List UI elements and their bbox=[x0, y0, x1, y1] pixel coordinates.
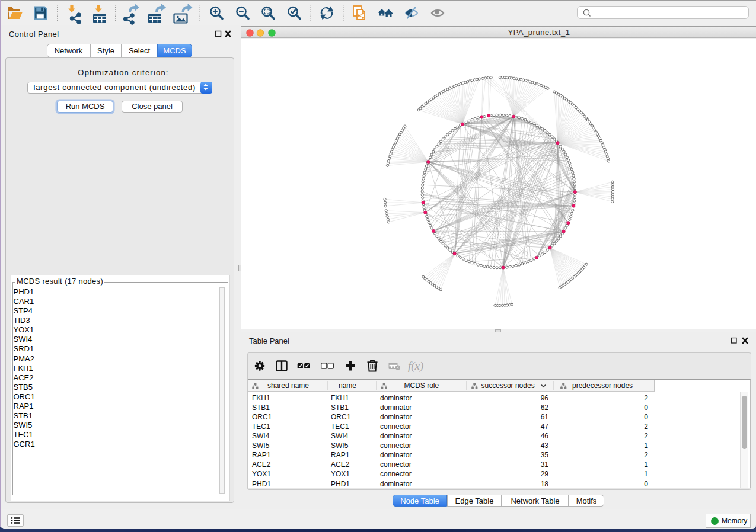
svg-text:YPA_prune.txt_1: YPA_prune.txt_1 bbox=[508, 28, 570, 37]
svg-text:shared name: shared name bbox=[267, 382, 309, 390]
svg-text:f(x): f(x) bbox=[408, 360, 423, 373]
svg-text:name: name bbox=[339, 382, 356, 390]
svg-text:MCDS role: MCDS role bbox=[404, 382, 439, 390]
svg-text:successor nodes: successor nodes bbox=[481, 382, 535, 390]
svg-text:predecessor nodes: predecessor nodes bbox=[572, 382, 633, 390]
